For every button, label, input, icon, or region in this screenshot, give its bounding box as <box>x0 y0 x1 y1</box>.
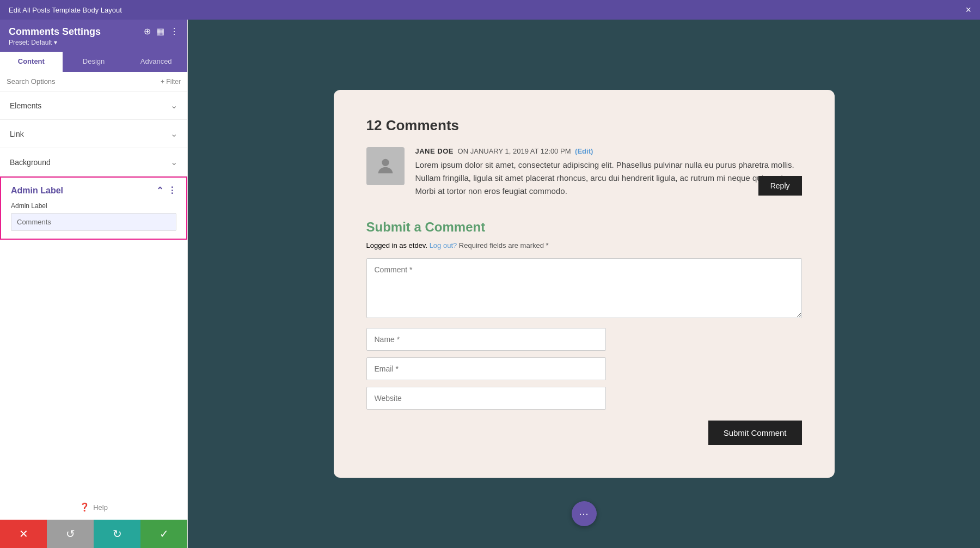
tab-advanced[interactable]: Advanced <box>125 52 187 72</box>
bottom-toolbar: ✕ ↺ ↻ ✓ <box>0 520 187 548</box>
close-button[interactable]: × <box>965 4 971 16</box>
tabs: Content Design Advanced <box>0 52 187 72</box>
admin-label-heading: Admin Label <box>11 186 63 196</box>
section-elements[interactable]: Elements ⌄ <box>0 92 187 120</box>
comment-block: JANE DOE ON JANUARY 1, 2019 AT 12:00 PM … <box>366 147 802 198</box>
comments-title: 12 Comments <box>366 117 802 134</box>
settings-title: Comments Settings <box>9 26 101 38</box>
submit-title: Submit a Comment <box>366 214 802 235</box>
comment-edit-link[interactable]: (Edit) <box>575 147 593 155</box>
more-dots-icon: ··· <box>579 508 589 520</box>
comment-textarea[interactable] <box>366 258 802 318</box>
chevron-down-icon: ⌄ <box>170 157 177 167</box>
undo-icon: ↺ <box>66 527 75 540</box>
main-layout: Comments Settings Preset: Default ▾ ⊕ ▦ … <box>0 20 980 548</box>
icon-columns[interactable]: ▦ <box>156 26 164 36</box>
comment-body: JANE DOE ON JANUARY 1, 2019 AT 12:00 PM … <box>415 147 802 198</box>
logged-in-prefix: Logged in as etdev. <box>366 241 430 249</box>
search-bar: + Filter <box>0 72 187 92</box>
chevron-down-icon: ⌄ <box>170 129 177 139</box>
reply-button[interactable]: Reply <box>758 176 802 196</box>
admin-label-field-label: Admin Label <box>11 202 176 210</box>
user-icon <box>375 155 396 177</box>
admin-label-icons: ⌃ ⋮ <box>156 185 176 196</box>
preview-card: 12 Comments JANE DOE ON JANUARY 1, 2019 … <box>334 90 835 478</box>
chevron-down-icon: ⌄ <box>170 100 177 111</box>
section-background[interactable]: Background ⌄ <box>0 148 187 176</box>
comment-author: JANE DOE <box>415 147 454 155</box>
redo-button[interactable]: ↻ <box>94 520 140 548</box>
preset-label: Preset: Default <box>9 39 52 46</box>
required-text: Required fields are marked * <box>459 241 549 249</box>
help-label: Help <box>93 503 108 512</box>
cancel-icon: ✕ <box>19 527 28 540</box>
confirm-button[interactable]: ✓ <box>140 520 187 548</box>
title-bar: Edit All Posts Template Body Layout × <box>0 0 980 20</box>
name-input[interactable] <box>366 328 606 351</box>
comment-text: Lorem ipsum dolor sit amet, consectetur … <box>415 159 802 198</box>
title-bar-text: Edit All Posts Template Body Layout <box>9 6 122 14</box>
sidebar-header: Comments Settings Preset: Default ▾ ⊕ ▦ … <box>0 20 187 52</box>
submit-comment-button[interactable]: Submit Comment <box>708 421 802 445</box>
section-background-label: Background <box>10 158 51 167</box>
logged-in-text: Logged in as etdev. Log out? Required fi… <box>366 241 802 249</box>
search-input[interactable] <box>7 77 156 86</box>
sidebar: Comments Settings Preset: Default ▾ ⊕ ▦ … <box>0 20 188 548</box>
logout-link[interactable]: Log out? <box>430 241 457 249</box>
email-input[interactable] <box>366 357 606 380</box>
admin-label-title: Admin Label ⌃ ⋮ <box>11 185 176 196</box>
preset-icons: ⊕ ▦ ⋮ <box>144 26 179 36</box>
icon-more[interactable]: ⋮ <box>170 26 179 36</box>
admin-label-input[interactable] <box>11 213 176 231</box>
section-link-label: Link <box>10 130 24 138</box>
help-button[interactable]: ❓ Help <box>0 495 187 520</box>
admin-label-field: Admin Label <box>11 202 176 231</box>
section-link[interactable]: Link ⌄ <box>0 120 187 148</box>
section-elements-label: Elements <box>10 101 41 110</box>
floating-action-button[interactable]: ··· <box>572 501 597 526</box>
chevron-up-icon[interactable]: ⌃ <box>156 185 163 196</box>
cancel-button[interactable]: ✕ <box>0 520 47 548</box>
website-input[interactable] <box>366 387 606 410</box>
comment-meta: JANE DOE ON JANUARY 1, 2019 AT 12:00 PM … <box>415 147 802 155</box>
icon-copy[interactable]: ⊕ <box>144 26 151 36</box>
comment-date: ON JANUARY 1, 2019 AT 12:00 PM <box>458 147 571 155</box>
confirm-icon: ✓ <box>160 527 169 540</box>
filter-button[interactable]: + Filter <box>161 78 181 86</box>
preset-arrow[interactable]: ▾ <box>54 39 57 46</box>
preview-wrapper: 12 Comments JANE DOE ON JANUARY 1, 2019 … <box>188 20 980 548</box>
more-options-icon[interactable]: ⋮ <box>168 185 176 196</box>
preset-line: Preset: Default ▾ <box>9 39 101 46</box>
help-circle-icon: ❓ <box>79 502 90 512</box>
form-inputs <box>366 328 802 410</box>
tab-content[interactable]: Content <box>0 52 63 72</box>
avatar <box>366 147 405 185</box>
undo-button[interactable]: ↺ <box>47 520 94 548</box>
tab-design[interactable]: Design <box>63 52 125 72</box>
redo-icon: ↻ <box>113 527 122 540</box>
admin-label-section: Admin Label ⌃ ⋮ Admin Label <box>0 176 187 240</box>
svg-point-0 <box>382 159 389 166</box>
